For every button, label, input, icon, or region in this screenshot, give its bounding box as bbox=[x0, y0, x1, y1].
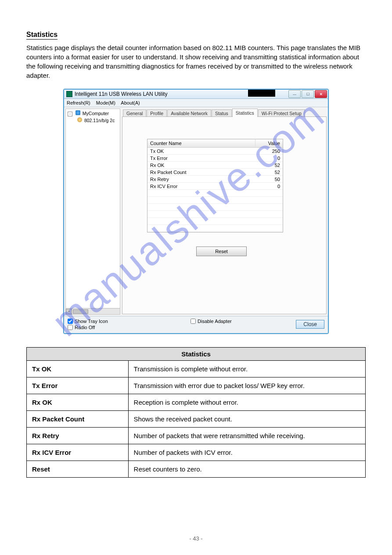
section-description: Statistics page displays the detail coun… bbox=[26, 43, 366, 80]
counter-name: Tx Error bbox=[147, 156, 255, 161]
counter-table: Counter Name Value Tx OK250 Tx Error0 Rx… bbox=[147, 139, 283, 232]
table-row bbox=[147, 225, 283, 232]
table-row: Tx OKTransmission is complete without er… bbox=[27, 361, 366, 377]
table-row[interactable]: Rx OK52 bbox=[147, 162, 283, 169]
desc: Transmission with error due to packet lo… bbox=[128, 377, 365, 394]
table-row: Tx ErrorTransmission with error due to p… bbox=[27, 377, 366, 394]
statistics-panel: Counter Name Value Tx OK250 Tx Error0 Rx… bbox=[122, 116, 327, 314]
table-row: Rx RetryNumber of packets that were retr… bbox=[27, 428, 366, 444]
show-tray-icon-checkbox[interactable] bbox=[68, 319, 73, 324]
table-row: Rx OKReception is complete without error… bbox=[27, 394, 366, 411]
tab-status[interactable]: Status bbox=[212, 109, 232, 117]
desc: Reception is complete without error. bbox=[128, 394, 365, 411]
device-tree[interactable]: - MyComputer 802.11n/b/g 2c ‹ bbox=[65, 109, 120, 315]
table-row: Rx Packet CountShows the received packet… bbox=[27, 411, 366, 428]
close-window-button[interactable]: ✕ bbox=[315, 90, 327, 98]
scroll-left-icon[interactable]: ‹ bbox=[66, 309, 72, 314]
term: Tx OK bbox=[27, 361, 129, 377]
term: Tx Error bbox=[27, 377, 129, 394]
table-row: ResetReset counters to zero. bbox=[27, 461, 366, 478]
explanation-header: Statistics bbox=[27, 348, 366, 361]
maximize-button[interactable]: ☐ bbox=[302, 90, 314, 98]
app-icon bbox=[66, 91, 72, 97]
scroll-thumb[interactable] bbox=[73, 309, 88, 314]
table-row[interactable]: Rx Retry50 bbox=[147, 176, 283, 183]
table-row bbox=[147, 204, 283, 211]
tree-child[interactable]: 802.11n/b/g 2c bbox=[67, 117, 119, 123]
table-row[interactable]: Rx ICV Error0 bbox=[147, 183, 283, 190]
counter-header-name: Counter Name bbox=[147, 139, 255, 147]
menu-refresh[interactable]: Refresh(R) bbox=[67, 100, 90, 105]
explanation-table: Statistics Tx OKTransmission is complete… bbox=[26, 347, 366, 478]
counter-value: 0 bbox=[255, 184, 283, 189]
term: Rx Retry bbox=[27, 428, 129, 444]
table-row bbox=[147, 190, 283, 197]
table-row bbox=[147, 218, 283, 225]
minimize-button[interactable]: — bbox=[288, 90, 301, 98]
term: Rx ICV Error bbox=[27, 444, 129, 461]
table-row: Rx ICV ErrorNumber of packets with ICV e… bbox=[27, 444, 366, 461]
show-tray-icon-label: Show Tray Icon bbox=[75, 319, 108, 324]
page-number: - 43 - bbox=[0, 535, 392, 542]
section-heading: Statistics bbox=[26, 31, 58, 40]
radio-off-label: Radio Off bbox=[75, 325, 95, 330]
counter-header-value: Value bbox=[255, 139, 283, 147]
app-footer: Show Tray Icon Radio Off Disable Adapter… bbox=[64, 316, 328, 333]
tree-root[interactable]: - MyComputer bbox=[67, 110, 119, 117]
table-row[interactable]: Tx Error0 bbox=[147, 155, 283, 162]
tab-statistics[interactable]: Statistics bbox=[232, 109, 258, 117]
computer-icon bbox=[76, 110, 80, 115]
menu-bar: Refresh(R) Mode(M) About(A) bbox=[64, 99, 328, 107]
term: Reset bbox=[27, 461, 129, 478]
collapse-icon[interactable]: - bbox=[68, 112, 72, 116]
tab-general[interactable]: General bbox=[123, 109, 146, 117]
table-row bbox=[147, 211, 283, 218]
title-redaction bbox=[248, 90, 275, 97]
menu-about[interactable]: About(A) bbox=[121, 100, 140, 105]
counter-value: 52 bbox=[255, 170, 283, 175]
desc: Transmission is complete without error. bbox=[128, 361, 365, 377]
counter-value: 50 bbox=[255, 177, 283, 182]
table-row[interactable]: Rx Packet Count52 bbox=[147, 169, 283, 176]
term: Rx OK bbox=[27, 394, 129, 411]
window-title: Intelligent 11n USB Wireless LAN Utility bbox=[75, 91, 167, 97]
tab-available-network[interactable]: Available Network bbox=[167, 109, 211, 117]
tree-child-label: 802.11n/b/g 2c bbox=[84, 118, 115, 123]
titlebar: Intelligent 11n USB Wireless LAN Utility… bbox=[64, 90, 328, 99]
close-button[interactable]: Close bbox=[296, 320, 324, 329]
desc: Number of packets that were retransmitte… bbox=[128, 428, 365, 444]
counter-value: 0 bbox=[255, 156, 283, 161]
reset-button[interactable]: Reset bbox=[196, 247, 247, 256]
counter-name: Rx OK bbox=[147, 163, 255, 168]
counter-name: Tx OK bbox=[147, 149, 255, 154]
tab-profile[interactable]: Profile bbox=[147, 109, 167, 117]
table-row bbox=[147, 197, 283, 204]
desc: Shows the received packet count. bbox=[128, 411, 365, 428]
menu-mode[interactable]: Mode(M) bbox=[96, 100, 115, 105]
counter-name: Rx Packet Count bbox=[147, 170, 255, 175]
counter-name: Rx Retry bbox=[147, 177, 255, 182]
tree-root-label: MyComputer bbox=[83, 111, 109, 116]
disable-adapter-label: Disable Adapter bbox=[198, 319, 232, 324]
term: Rx Packet Count bbox=[27, 411, 129, 428]
table-row[interactable]: Tx OK250 bbox=[147, 148, 283, 155]
wifi-icon bbox=[77, 117, 82, 122]
counter-value: 250 bbox=[255, 149, 283, 154]
desc: Number of packets with ICV error. bbox=[128, 444, 365, 461]
tree-scrollbar[interactable]: ‹ bbox=[66, 308, 120, 314]
counter-value: 52 bbox=[255, 163, 283, 168]
desc: Reset counters to zero. bbox=[128, 461, 365, 478]
disable-adapter-checkbox[interactable] bbox=[191, 319, 196, 324]
app-window: Intelligent 11n USB Wireless LAN Utility… bbox=[63, 89, 329, 334]
radio-off-checkbox[interactable] bbox=[68, 325, 73, 330]
tab-wifi-protect-setup[interactable]: Wi-Fi Protect Setup bbox=[258, 109, 305, 117]
counter-name: Rx ICV Error bbox=[147, 184, 255, 189]
